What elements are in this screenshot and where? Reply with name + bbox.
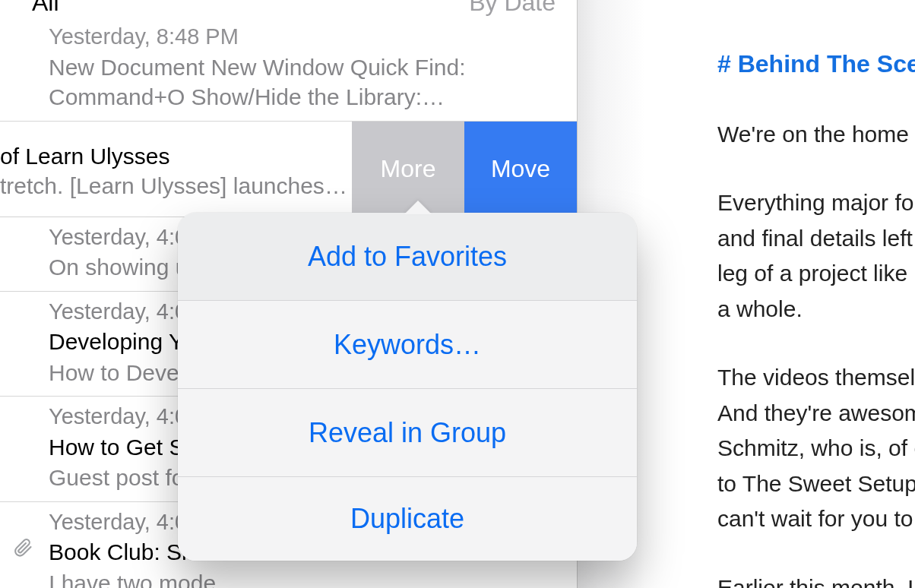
sort-order-by-date[interactable]: By Date: [469, 0, 556, 14]
editor-paragraph: Earlier this month, I: [717, 571, 915, 588]
list-item-timestamp: Yesterday, 8:48 PM: [49, 21, 556, 52]
swipe-actions: More Move: [352, 122, 577, 217]
editor-heading: # Behind The Scenes: [717, 46, 915, 84]
menu-item-add-to-favorites[interactable]: Add to Favorites: [178, 213, 637, 301]
menu-item-reveal-in-group[interactable]: Reveal in Group: [178, 389, 637, 477]
editor-content[interactable]: # Behind The Scenes We're on the home s …: [717, 46, 915, 588]
list-item-title: of Learn Ulysses: [0, 141, 353, 171]
menu-item-duplicate[interactable]: Duplicate: [178, 477, 637, 561]
move-button[interactable]: Move: [464, 122, 577, 217]
list-item-snippet: I have two mode: [49, 568, 556, 588]
list-item-swiped[interactable]: of Learn Ulysses tretch. [Learn Ulysses]…: [0, 122, 577, 217]
editor-paragraph: The videos themselv And they're awesom S…: [717, 360, 915, 537]
sort-bar: All By Date: [0, 0, 577, 20]
editor-paragraph: We're on the home s: [717, 117, 915, 153]
menu-item-keywords[interactable]: Keywords…: [178, 301, 637, 389]
list-item-snippet: tretch. [Learn Ulysses] launches in…: [0, 171, 353, 201]
paperclip-icon: [12, 536, 33, 559]
sort-filter-all[interactable]: All: [32, 0, 59, 14]
list-item[interactable]: Yesterday, 8:48 PM New Document New Wind…: [0, 20, 577, 122]
list-item-snippet: New Document New Window Quick Find: Comm…: [49, 52, 556, 112]
list-item-content: of Learn Ulysses tretch. [Learn Ulysses]…: [0, 122, 353, 217]
editor-paragraph: Everything major for and final details l…: [717, 185, 915, 327]
context-menu-popover: Add to Favorites Keywords… Reveal in Gro…: [178, 213, 637, 561]
